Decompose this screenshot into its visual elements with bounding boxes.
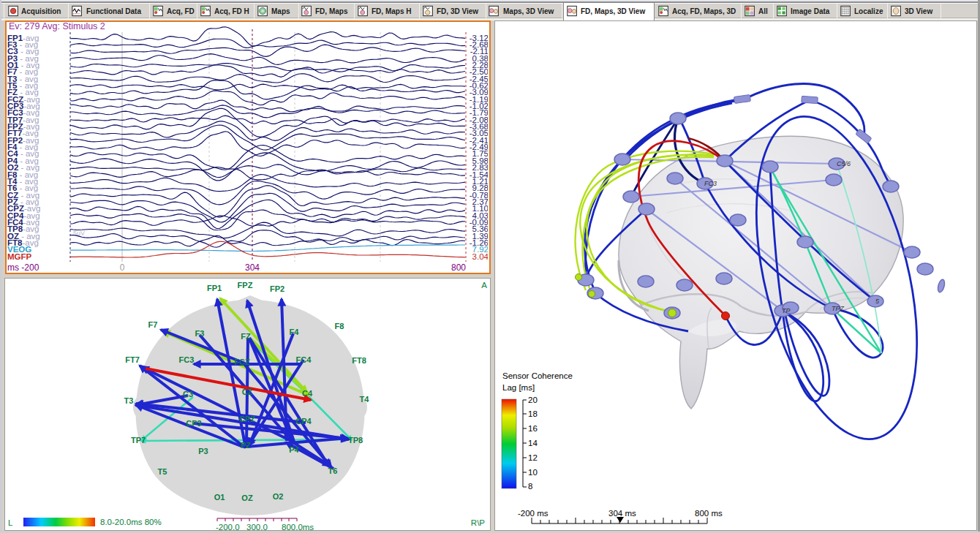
svg-text:TP: TP bbox=[782, 307, 791, 314]
svg-text:8.0-20.0ms 80%: 8.0-20.0ms 80% bbox=[100, 518, 162, 526]
svg-text:F8: F8 bbox=[335, 322, 344, 330]
svg-text:T4: T4 bbox=[360, 395, 370, 404]
svg-text:L: L bbox=[8, 518, 13, 527]
svg-text:0: 0 bbox=[120, 262, 125, 271]
svg-text:O2: O2 bbox=[273, 492, 284, 501]
svg-text:T3: T3 bbox=[124, 396, 134, 405]
svg-text:FPZ: FPZ bbox=[238, 281, 253, 290]
svg-text:C5/6: C5/6 bbox=[837, 160, 851, 167]
svg-text:ms -200: ms -200 bbox=[7, 262, 39, 271]
svg-text:800.0ms: 800.0ms bbox=[282, 523, 314, 531]
svg-text:P4: P4 bbox=[289, 445, 299, 454]
svg-text:Ev: 279 Avg: Stimulus 2: Ev: 279 Avg: Stimulus 2 bbox=[9, 21, 105, 31]
svg-text:304: 304 bbox=[245, 262, 260, 271]
svg-text:8: 8 bbox=[528, 482, 532, 491]
svg-text:FC4: FC4 bbox=[296, 355, 312, 364]
svg-text:20: 20 bbox=[528, 396, 538, 404]
svg-text:18: 18 bbox=[528, 409, 538, 418]
svg-text:-200 ms: -200 ms bbox=[518, 509, 549, 518]
svg-text:MGFP: MGFP bbox=[7, 252, 32, 261]
svg-text:O1: O1 bbox=[214, 493, 225, 502]
svg-text:12: 12 bbox=[528, 453, 538, 462]
svg-text:300.0: 300.0 bbox=[246, 523, 268, 531]
svg-text:CP3: CP3 bbox=[186, 419, 201, 428]
svg-text:800: 800 bbox=[451, 262, 466, 271]
svg-text:F3: F3 bbox=[195, 329, 205, 338]
svg-text:14: 14 bbox=[528, 439, 538, 447]
svg-text:R\P: R\P bbox=[471, 518, 486, 527]
svg-text:FT7: FT7 bbox=[125, 355, 140, 364]
svg-text:T5: T5 bbox=[158, 467, 167, 476]
svg-text:F4: F4 bbox=[290, 328, 300, 336]
svg-text:FCZ: FCZ bbox=[234, 358, 250, 366]
svg-text:C3: C3 bbox=[183, 390, 193, 398]
svg-text:CPZ: CPZ bbox=[239, 415, 255, 423]
svg-text:3.04: 3.04 bbox=[472, 252, 488, 261]
svg-text:FP1: FP1 bbox=[207, 284, 222, 292]
svg-text:FP2: FP2 bbox=[270, 284, 284, 293]
svg-text:F7: F7 bbox=[148, 320, 158, 329]
svg-text:PZ: PZ bbox=[241, 441, 251, 450]
svg-text:FT8: FT8 bbox=[352, 356, 366, 365]
svg-text:FC3: FC3 bbox=[704, 180, 717, 187]
svg-text:A: A bbox=[481, 281, 487, 290]
svg-text:-200.0: -200.0 bbox=[216, 523, 240, 531]
svg-text:10: 10 bbox=[528, 468, 538, 477]
svg-text:TP8: TP8 bbox=[348, 436, 363, 445]
svg-text:TP7: TP7 bbox=[131, 436, 146, 445]
svg-text:5uV: 5uV bbox=[73, 230, 85, 237]
svg-text:CP4: CP4 bbox=[295, 417, 312, 426]
svg-text:Lag [ms]: Lag [ms] bbox=[502, 383, 535, 392]
svg-text:TPZ: TPZ bbox=[832, 305, 845, 312]
svg-text:CZ: CZ bbox=[242, 388, 253, 396]
svg-text:T6: T6 bbox=[328, 466, 338, 475]
svg-text:FC3: FC3 bbox=[179, 355, 195, 364]
svg-text:C4: C4 bbox=[302, 389, 313, 398]
svg-text:Sensor Coherence: Sensor Coherence bbox=[502, 371, 573, 380]
svg-text:16: 16 bbox=[528, 424, 538, 433]
svg-text:OZ: OZ bbox=[241, 494, 253, 502]
svg-text:800 ms: 800 ms bbox=[695, 509, 723, 518]
svg-text:P3: P3 bbox=[198, 447, 208, 455]
svg-text:FZ: FZ bbox=[241, 332, 251, 341]
svg-text:304 ms: 304 ms bbox=[608, 509, 636, 518]
